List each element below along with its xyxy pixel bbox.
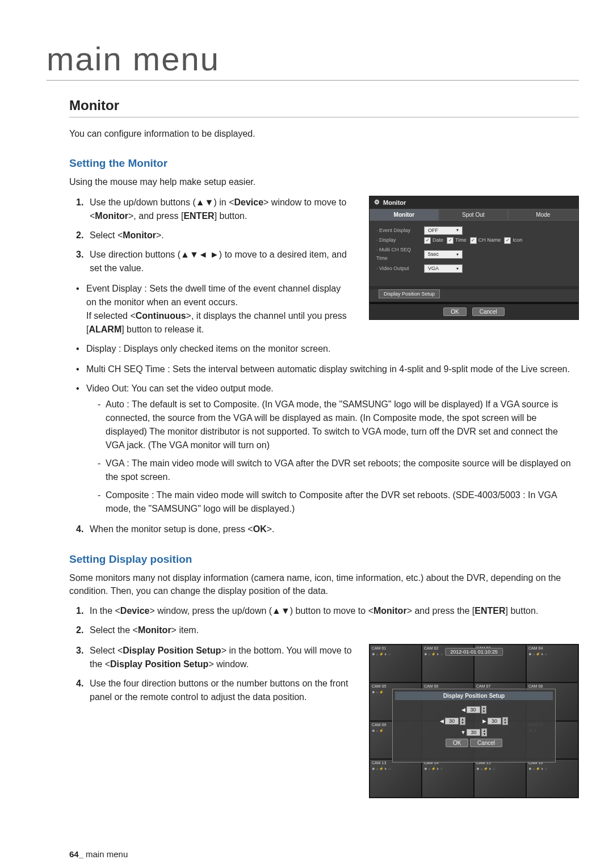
display-position-screenshot: CAM 01⏺ ⌂ ⚡ ⏵ ○ CAM 02⏺ ⌂ ⚡ ⏵ ○ CAM 03⏺ … [369,644,579,798]
dp-step-3: Select <Display Position Setup> in the b… [76,644,352,671]
event-display-label: Event Display [376,226,421,235]
step-3: Use direction buttons (▲▼◄ ►) to move to… [76,248,352,275]
left-arrow-icon: ◀ [440,718,444,724]
ok-button[interactable]: OK [443,307,466,316]
panel-ok-button[interactable]: OK [446,739,468,747]
page-number: 64_ [69,849,83,859]
date-checkbox[interactable]: ✓Date [424,236,443,245]
step-4: When the monitor setup is done, press <O… [76,523,579,536]
down-arrow-icon: ▼ [461,730,466,735]
subsection-setting-display-position: Setting Display position [69,553,579,566]
step-1: Use the up/down buttons (▲▼) in <Device>… [76,196,352,223]
display-position-intro: Some monitors many not display informati… [69,571,579,597]
right-stepper[interactable]: ▶ 30 ▲▼ [482,717,508,725]
dp-step-2: Select the <Monitor> item. [76,623,579,637]
cam-label: CAM 06 [424,684,438,688]
dash-composite: Composite : The main video mode will swi… [98,488,579,516]
cam-label: CAM 05 [372,684,386,688]
chevron-down-icon: ▾ [456,226,459,234]
page-title: main menu [47,40,579,81]
cam-label: CAM 04 [528,646,543,650]
time-checkbox[interactable]: ✓Time [447,236,467,245]
display-position-setup-button[interactable]: Display Position Setup [379,289,440,298]
cam-label: CAM 13 [372,761,386,765]
dp-step-4: Use the four direction buttons or the nu… [76,677,352,704]
dash-auto: Auto : The default is set to Composite. … [98,398,579,452]
chevron-down-icon: ▾ [456,251,459,259]
page-footer: 64_main menu [69,849,579,859]
datetime-overlay: 2012-01-01 01:10:25 [445,648,503,656]
video-output-select[interactable]: VGA▾ [424,264,463,273]
cam-label: CAM 02 [424,646,438,650]
left-stepper[interactable]: ◀ 30 ▲▼ [440,717,465,725]
chname-checkbox[interactable]: ✓CH Name [470,236,501,245]
icon-checkbox[interactable]: ✓Icon [504,236,522,245]
display-position-panel: Display Position Setup ◀ 30 ▲▼ ◀ 30 ▲▼ [392,689,556,762]
tab-mode[interactable]: Mode [508,209,578,221]
window-title: Monitor [383,199,406,206]
vertical-stepper[interactable]: ◀ 30 ▲▼ [461,706,487,714]
monitor-settings-screenshot: ⚙ Monitor Monitor Spot Out Mode Event Di… [369,196,579,320]
video-output-label: Video Output [376,264,421,273]
display-label: Display [376,236,421,245]
right-arrow-icon: ▶ [482,718,486,724]
dp-step-1: In the <Device> window, press the up/dow… [76,604,579,618]
setting-monitor-intro: Using the mouse may help make setup easi… [69,175,579,188]
bullet-video-out: Video Out: You can set the video output … [76,382,579,516]
cam-label: CAM 07 [476,684,490,688]
subsection-setting-monitor: Setting the Monitor [69,157,579,170]
section-title-monitor: Monitor [69,98,579,113]
gear-icon: ⚙ [374,199,380,206]
cam-label: CAM 08 [528,684,543,688]
monitor-intro-text: You can configure information to be disp… [69,128,579,140]
event-display-select[interactable]: OFF▾ [424,226,463,235]
cancel-button[interactable]: Cancel [472,307,505,316]
tab-spot-out[interactable]: Spot Out [439,209,508,221]
footer-section-name: main menu [86,849,128,859]
panel-title: Display Position Setup [395,692,553,700]
multi-seq-select[interactable]: 5sec▾ [424,250,463,259]
multi-seq-label: Multi CH SEQ Time [376,246,421,263]
section-divider [69,117,579,117]
bullet-multi-seq: Multi CH SEQ Time : Sets the interval be… [76,363,579,376]
tab-monitor[interactable]: Monitor [370,209,439,221]
panel-cancel-button[interactable]: Cancel [470,739,502,747]
step-2: Select <Monitor>. [76,229,352,242]
bullet-display: Display : Displays only checked items on… [76,342,352,356]
cam-label: CAM 01 [372,646,386,650]
dash-vga: VGA : The main video mode will switch to… [98,457,579,484]
left-arrow-icon: ◀ [461,707,465,713]
bullet-event-display: Event Display : Sets the dwell time of t… [76,282,352,336]
bottom-stepper[interactable]: ▼ 30 ▲▼ [461,728,488,736]
cam-label: CAM 09 [372,723,386,727]
chevron-down-icon: ▾ [456,265,459,273]
